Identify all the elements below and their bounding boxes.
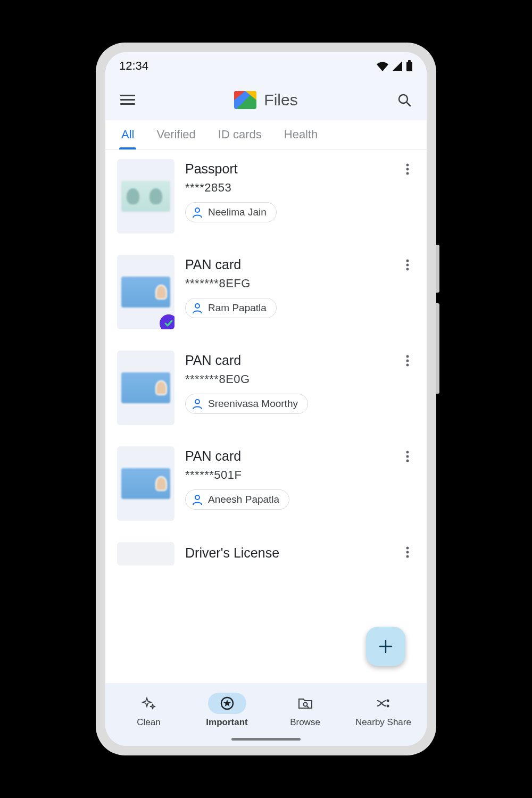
svg-point-18 <box>406 364 409 367</box>
nav-label: Nearby Share <box>355 717 411 728</box>
item-more-button[interactable] <box>400 255 415 271</box>
svg-point-13 <box>406 264 409 267</box>
verified-badge-icon <box>160 314 174 329</box>
search-icon <box>397 93 411 107</box>
list-item[interactable]: PAN card *******8E0G Sreenivasa Moorthy <box>105 341 427 437</box>
person-icon <box>192 398 203 409</box>
owner-name: Neelima Jain <box>208 206 267 218</box>
search-button[interactable] <box>394 89 415 111</box>
document-thumbnail <box>117 542 174 566</box>
more-vert-icon <box>406 546 409 558</box>
more-vert-icon <box>406 355 409 367</box>
filter-tabs: All Verified ID cards Health <box>105 120 427 149</box>
tab-health[interactable]: Health <box>282 122 320 149</box>
tab-all[interactable]: All <box>119 122 136 149</box>
svg-point-16 <box>406 355 409 358</box>
tab-label: Verified <box>156 128 195 141</box>
owner-name: Ram Papatla <box>208 302 267 314</box>
svg-point-20 <box>406 451 409 454</box>
nav-clean[interactable]: Clean <box>112 693 186 728</box>
status-bar: 12:34 <box>105 52 427 80</box>
nav-important[interactable]: Important <box>190 693 264 728</box>
more-vert-icon <box>406 259 409 271</box>
wifi-icon <box>376 61 389 71</box>
svg-point-8 <box>406 164 409 167</box>
document-title: PAN card <box>185 353 389 368</box>
svg-point-14 <box>406 268 409 271</box>
document-title: Driver's License <box>185 545 389 561</box>
tab-verified[interactable]: Verified <box>154 122 197 149</box>
list-item[interactable]: PAN card ******501F Aneesh Papatla <box>105 437 427 533</box>
owner-chip[interactable]: Sreenivasa Moorthy <box>185 394 308 414</box>
svg-point-17 <box>406 360 409 362</box>
document-number: *******8EFG <box>185 277 389 290</box>
svg-rect-1 <box>408 60 411 62</box>
clock: 12:34 <box>119 59 148 73</box>
svg-point-21 <box>406 455 409 458</box>
nav-nearby-share[interactable]: Nearby Share <box>346 693 421 728</box>
document-title: Passport <box>185 161 389 177</box>
item-more-button[interactable] <box>400 351 415 367</box>
nav-label: Important <box>206 717 247 728</box>
shuffle-icon <box>376 697 392 709</box>
battery-icon <box>406 60 413 72</box>
hamburger-icon <box>120 95 135 105</box>
more-vert-icon <box>406 163 409 175</box>
document-thumbnail <box>117 351 174 425</box>
item-more-button[interactable] <box>400 542 415 558</box>
svg-point-12 <box>406 260 409 262</box>
svg-point-25 <box>406 555 409 558</box>
sparkle-icon <box>142 696 156 711</box>
document-title: PAN card <box>185 257 389 272</box>
status-icons <box>376 60 413 72</box>
svg-point-7 <box>195 208 200 212</box>
nav-label: Clean <box>137 717 160 728</box>
tab-label: Health <box>284 128 318 141</box>
owner-name: Sreenivasa Moorthy <box>208 398 298 410</box>
menu-button[interactable] <box>117 89 138 111</box>
list-item[interactable]: PAN card *******8EFG Ram Papatla <box>105 245 427 341</box>
person-icon <box>192 207 203 218</box>
folder-search-icon <box>297 696 313 710</box>
document-thumbnail <box>117 159 174 234</box>
item-more-button[interactable] <box>400 159 415 175</box>
item-more-button[interactable] <box>400 446 415 462</box>
signal-icon <box>392 61 403 71</box>
owner-name: Aneesh Papatla <box>208 494 279 505</box>
app-logo-icon <box>234 91 256 109</box>
svg-rect-3 <box>120 99 135 101</box>
owner-chip[interactable]: Ram Papatla <box>185 298 277 318</box>
svg-point-9 <box>406 168 409 171</box>
owner-chip[interactable]: Neelima Jain <box>185 202 277 222</box>
app-bar: Files <box>105 80 427 120</box>
svg-point-23 <box>406 547 409 550</box>
person-icon <box>192 303 203 313</box>
svg-point-22 <box>406 460 409 462</box>
list-item[interactable]: Passport ****2853 Neelima Jain <box>105 149 427 245</box>
list-item[interactable]: Driver's License <box>105 533 427 566</box>
document-number: ******501F <box>185 468 389 482</box>
nav-label: Browse <box>290 717 320 728</box>
svg-rect-0 <box>406 62 412 71</box>
svg-line-30 <box>307 706 309 708</box>
app-title: Files <box>264 91 297 109</box>
document-thumbnail <box>117 446 174 521</box>
add-fab[interactable] <box>366 627 405 666</box>
svg-point-29 <box>303 703 307 706</box>
person-icon <box>192 494 203 505</box>
svg-point-15 <box>195 400 200 404</box>
svg-point-32 <box>386 705 389 708</box>
svg-point-19 <box>195 495 200 500</box>
svg-point-10 <box>406 172 409 175</box>
nav-browse[interactable]: Browse <box>268 693 343 728</box>
owner-chip[interactable]: Aneesh Papatla <box>185 489 289 510</box>
gesture-bar[interactable] <box>231 738 301 741</box>
bottom-nav: Clean Important Browse Nearby Share <box>105 683 427 746</box>
document-list[interactable]: Passport ****2853 Neelima Jain <box>105 149 427 683</box>
more-vert-icon <box>406 451 409 462</box>
plus-icon <box>378 638 394 654</box>
tab-label: All <box>121 128 134 141</box>
star-circle-icon <box>220 696 235 711</box>
tab-id-cards[interactable]: ID cards <box>216 122 264 149</box>
document-thumbnail <box>117 255 174 329</box>
